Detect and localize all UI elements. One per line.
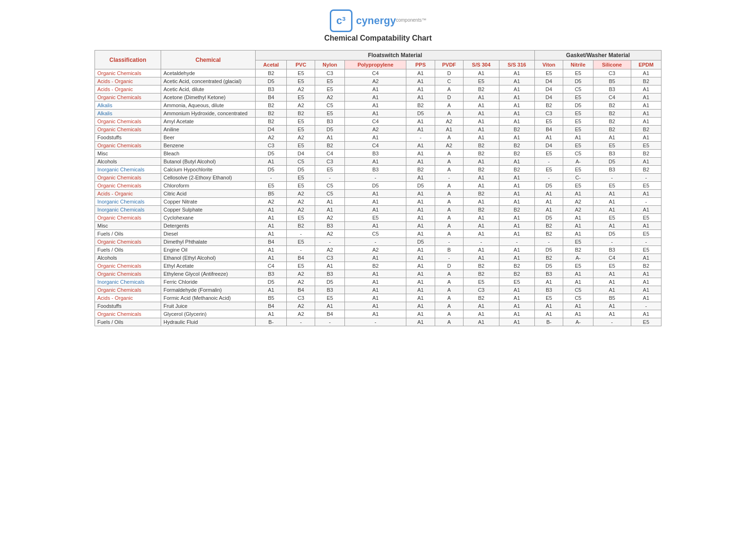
value-cell: A1: [406, 262, 435, 270]
value-cell: A1: [631, 286, 661, 294]
value-cell: E5: [464, 77, 499, 85]
value-cell: A1: [344, 158, 406, 166]
value-cell: B2: [315, 142, 345, 150]
value-cell: E5: [563, 93, 593, 102]
value-cell: A1: [631, 254, 661, 262]
value-cell: D5: [406, 238, 435, 246]
value-cell: B2: [593, 118, 631, 126]
classification-cell: Fuels / Oils: [95, 246, 161, 254]
chemical-cell: Acetone (Dimethyl Ketone): [161, 93, 256, 102]
value-cell: B2: [593, 126, 631, 134]
value-cell: A1: [464, 102, 499, 110]
value-cell: D5: [344, 182, 406, 190]
value-cell: B2: [464, 294, 499, 302]
value-cell: A2: [435, 118, 464, 126]
value-cell: A1: [535, 206, 563, 214]
value-cell: -: [464, 238, 499, 246]
value-cell: B2: [499, 206, 534, 214]
value-cell: B2: [464, 190, 499, 198]
value-cell: A: [435, 286, 464, 294]
classification-cell: Inorganic Chemicals: [95, 278, 161, 286]
value-cell: C4: [344, 118, 406, 126]
value-cell: A2: [344, 246, 406, 254]
value-cell: A-: [563, 158, 593, 166]
value-cell: C3: [287, 294, 315, 302]
value-cell: -: [631, 302, 661, 310]
value-cell: A1: [406, 126, 435, 134]
value-cell: A1: [344, 302, 406, 310]
value-cell: E5: [535, 166, 563, 174]
table-body: Organic ChemicalsAcetaldehydeB2E5C3C4A1D…: [95, 69, 662, 326]
value-cell: D5: [593, 158, 631, 166]
chemical-cell: Acetic Acid, dilute: [161, 85, 256, 93]
value-cell: C3: [315, 158, 345, 166]
value-cell: E5: [287, 93, 315, 102]
classification-cell: Organic Chemicals: [95, 126, 161, 134]
value-cell: A1: [315, 198, 345, 206]
table-row: Organic ChemicalsEthylene Glycol (Antifr…: [95, 270, 662, 278]
value-cell: A1: [344, 102, 406, 110]
value-cell: B2: [593, 110, 631, 118]
value-cell: C5: [287, 158, 315, 166]
value-cell: B2: [631, 150, 661, 158]
value-cell: A1: [593, 310, 631, 318]
value-cell: D5: [563, 102, 593, 110]
table-row: AlcoholsEthanol (Ethyl Alcohol)A1B4C3A1A…: [95, 254, 662, 262]
value-cell: A1: [563, 230, 593, 238]
table-row: Inorganic ChemicalsFerric ChlorideD5A2D5…: [95, 278, 662, 286]
value-cell: A1: [406, 77, 435, 85]
value-cell: A1: [256, 214, 287, 222]
table-row: FoodstuffsFruit JuiceB4A2A1A1A1AA1A1A1A1…: [95, 302, 662, 310]
value-cell: D: [435, 93, 464, 102]
value-cell: B4: [535, 126, 563, 134]
table-row: MiscBleachD5D4C4B3A1AB2B2E5C5B3B2: [95, 150, 662, 158]
value-cell: A2: [287, 190, 315, 198]
value-cell: B2: [464, 85, 499, 93]
value-cell: A1: [535, 302, 563, 310]
chemical-cell: Diesel: [161, 230, 256, 238]
classification-cell: Organic Chemicals: [95, 238, 161, 246]
value-cell: A1: [406, 118, 435, 126]
value-cell: A1: [593, 190, 631, 198]
chemical-cell: Ammonia, Aqueous, dilute: [161, 102, 256, 110]
value-cell: A1: [256, 286, 287, 294]
value-cell: C3: [315, 254, 345, 262]
value-cell: E5: [315, 85, 345, 93]
value-cell: A1: [344, 110, 406, 118]
value-cell: E5: [563, 166, 593, 174]
value-cell: -: [315, 174, 345, 182]
value-cell: A1: [631, 158, 661, 166]
value-cell: A: [435, 102, 464, 110]
chemical-cell: Citric Acid: [161, 190, 256, 198]
value-cell: A: [435, 214, 464, 222]
value-cell: E5: [535, 150, 563, 158]
value-cell: B3: [315, 270, 345, 278]
value-cell: A1: [406, 270, 435, 278]
value-cell: -: [535, 238, 563, 246]
value-cell: A1: [631, 93, 661, 102]
classification-cell: Alkalis: [95, 102, 161, 110]
value-cell: A1: [535, 134, 563, 142]
value-cell: A1: [344, 85, 406, 93]
value-cell: B2: [464, 166, 499, 174]
chemical-cell: Aniline: [161, 126, 256, 134]
classification-cell: Alcohols: [95, 254, 161, 262]
classification-cell: Acids - Organic: [95, 190, 161, 198]
value-cell: A1: [256, 230, 287, 238]
chemical-cell: Copper Nitrate: [161, 198, 256, 206]
value-cell: C4: [344, 142, 406, 150]
value-cell: E5: [631, 182, 661, 190]
value-cell: E5: [593, 262, 631, 270]
chemical-cell: Cyclohexane: [161, 214, 256, 222]
value-cell: B2: [499, 262, 534, 270]
value-cell: C5: [563, 286, 593, 294]
value-cell: B2: [535, 230, 563, 238]
value-cell: A: [435, 158, 464, 166]
classification-cell: Organic Chemicals: [95, 142, 161, 150]
col-nitrile: Nitrile: [563, 60, 593, 69]
value-cell: B2: [535, 222, 563, 230]
value-cell: B4: [315, 310, 345, 318]
chemical-cell: Detergents: [161, 222, 256, 230]
value-cell: A1: [499, 198, 534, 206]
value-cell: A1: [256, 310, 287, 318]
